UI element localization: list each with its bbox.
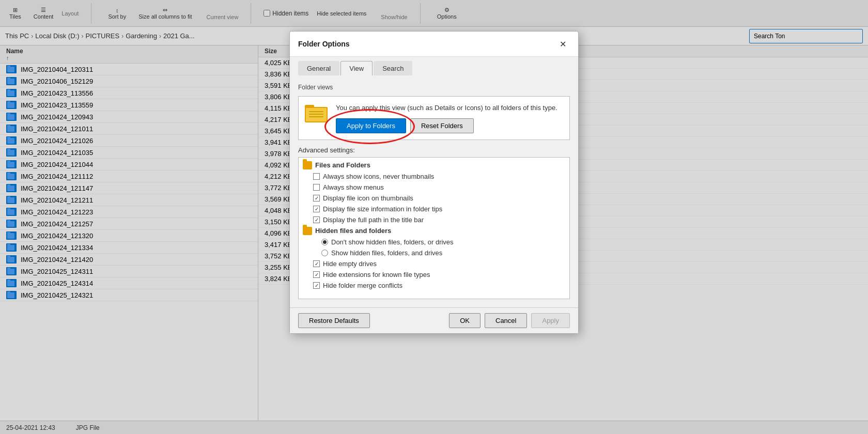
folder-views-buttons: Apply to Folders Reset Folders [336,118,563,133]
dialog-title: Folder Options [298,40,350,48]
folder-icon-large [305,103,330,123]
checkbox-label: Always show icons, never thumbnails [323,173,434,180]
radio-label: Show hidden files, folders, and drives [331,249,442,257]
folder-views-description: You can apply this view (such as Details… [336,103,563,113]
tab-general[interactable]: General [298,61,339,75]
folder-small-icon [303,161,312,169]
svg-rect-45 [309,116,323,117]
checkbox-control[interactable] [313,195,320,202]
apply-button[interactable]: Apply [531,313,570,328]
checkbox-label: Display file icon on thumbnails [323,194,413,202]
folder-options-dialog: Folder Options ✕ General View Search Fol… [289,31,579,334]
radio-label: Don't show hidden files, folders, or dri… [331,238,454,246]
radio-control[interactable] [321,250,328,256]
checkbox-label: Hide extensions for known file types [323,271,430,278]
settings-checkbox-item[interactable]: Display file icon on thumbnails [299,193,569,204]
checkbox-control[interactable] [313,184,320,191]
checkbox-label: Hide folder merge conflicts [323,282,402,289]
checkbox-label: Display the full path in the title bar [323,216,424,224]
advanced-settings-list[interactable]: Files and Folders Always show icons, nev… [298,157,570,299]
tab-view[interactable]: View [340,61,373,75]
subfolder-icon [303,227,312,235]
folder-views-right: You can apply this view (such as Details… [336,103,563,133]
settings-checkbox-item[interactable]: Always show icons, never thumbnails [299,171,569,182]
folder-views-box: You can apply this view (such as Details… [298,96,570,140]
checkbox-control[interactable] [313,271,320,278]
dialog-titlebar: Folder Options ✕ [290,32,578,57]
folder-views-label: Folder views [298,84,570,91]
checkbox-control[interactable] [313,206,320,212]
checkbox-control[interactable] [313,173,320,180]
svg-rect-43 [309,111,323,112]
settings-checkbox-item[interactable]: Hide folder merge conflicts [299,280,569,291]
settings-checkbox-item[interactable]: Display file size information in folder … [299,204,569,214]
advanced-label: Advanced settings: [298,146,570,154]
apply-to-folders-button[interactable]: Apply to Folders [336,118,406,133]
reset-folders-button[interactable]: Reset Folders [410,118,474,133]
dialog-footer-right: OK Cancel Apply [449,313,570,328]
settings-radio-item[interactable]: Show hidden files, folders, and drives [299,247,569,258]
checkbox-label: Display file size information in folder … [323,205,442,213]
settings-items: Always show icons, never thumbnails Alwa… [299,171,569,291]
tab-search[interactable]: Search [374,61,412,75]
ok-button[interactable]: OK [449,313,481,328]
settings-radio-item[interactable]: Don't show hidden files, folders, or dri… [299,237,569,247]
settings-checkbox-item[interactable]: Hide extensions for known file types [299,269,569,280]
cancel-button[interactable]: Cancel [485,313,527,328]
checkbox-control[interactable] [313,282,320,289]
dialog-footer: Restore Defaults OK Cancel Apply [290,307,578,333]
close-dialog-button[interactable]: ✕ [555,37,570,51]
settings-subgroup[interactable]: Hidden files and folders [299,225,569,237]
radio-control[interactable] [321,239,328,245]
restore-defaults-button[interactable]: Restore Defaults [298,313,370,328]
checkbox-label: Hide empty drives [323,260,377,268]
checkbox-control[interactable] [313,260,320,267]
settings-checkbox-item[interactable]: Display the full path in the title bar [299,214,569,225]
modal-overlay: Folder Options ✕ General View Search Fol… [0,0,868,434]
settings-checkbox-item[interactable]: Always show menus [299,182,569,193]
checkbox-label: Always show menus [323,183,384,191]
files-folders-group: Files and Folders [299,160,569,171]
checkbox-control[interactable] [313,216,320,223]
svg-rect-44 [309,114,323,115]
dialog-tabs: General View Search [290,57,578,75]
settings-checkbox-item[interactable]: Hide empty drives [299,258,569,269]
dialog-content: Folder views You can apply this view (su… [290,75,578,307]
